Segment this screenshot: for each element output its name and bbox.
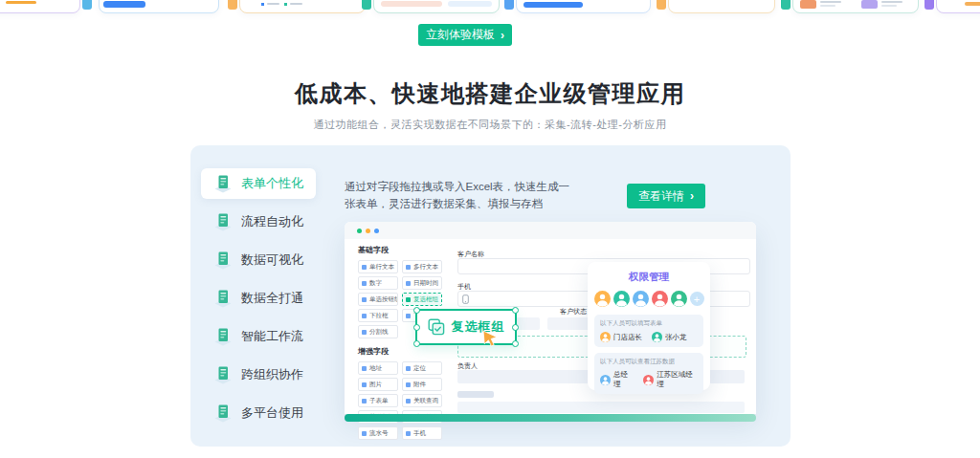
template-card-bar (861, 0, 878, 9)
field-button[interactable]: 单行文本 (358, 260, 398, 273)
member-name: 张小龙 (665, 333, 687, 342)
window-footer-bar (345, 414, 756, 422)
window-dot (374, 229, 379, 233)
template-card-bar (881, 1, 902, 3)
field-button[interactable]: 地址 (358, 361, 398, 375)
field-button[interactable]: 子表单 (358, 394, 398, 407)
member-avatar (600, 375, 611, 385)
permission-hint: 以下人员可以查看江苏数据 (600, 358, 698, 366)
field-button[interactable]: 下拉框 (358, 309, 398, 322)
feature-tab-icon (212, 173, 234, 194)
placeholder-label-bar (457, 391, 494, 398)
cursor-icon (480, 329, 500, 348)
palette-section-title: 增强字段 (358, 346, 446, 357)
template-card[interactable] (668, 0, 775, 13)
member-avatar (643, 375, 654, 385)
sidebar-item-label: 跨组织协作 (241, 366, 303, 383)
field-button[interactable]: 复选框组 (402, 293, 442, 306)
sidebar-item-6[interactable]: 跨组织协作 (201, 360, 316, 390)
sidebar-item-5[interactable]: 智能工作流 (201, 321, 316, 352)
field-button[interactable]: 多行文本 (402, 260, 442, 273)
member-avatar (600, 332, 611, 342)
permission-section: 以下人员可以查看江苏数据 总经理 江苏区域经理 (594, 353, 703, 394)
field-icon (406, 297, 411, 302)
field-icon (362, 281, 367, 286)
form-label-customer-status: 客户状态 (560, 307, 587, 316)
detail-button-label: 查看详情 (638, 188, 684, 205)
field-icon (362, 366, 367, 371)
palette-grid: 地址定位图片附件子表单关联查询关联数据手写签名流水号手机 (358, 361, 446, 440)
sidebar-item-label: 智能工作流 (241, 328, 303, 345)
feature-description-line2: 张表单，灵活进行数据采集、填报与存档 (345, 198, 543, 209)
permission-title: 权限管理 (588, 271, 710, 284)
field-button[interactable]: 定位 (402, 361, 442, 375)
member-name: 总经理 (613, 370, 634, 389)
template-card-tab (228, 0, 237, 10)
field-icon (406, 399, 411, 403)
template-card-bar (381, 1, 442, 7)
sidebar-item-label: 多平台使用 (241, 404, 303, 422)
field-icon (406, 382, 411, 387)
template-card-bar (261, 3, 264, 6)
placeholder-input-bar (457, 402, 745, 413)
template-card[interactable] (239, 0, 366, 13)
field-button[interactable]: 单选按钮组 (358, 293, 398, 306)
palette-section-title: 基础字段 (358, 245, 446, 255)
phone-icon (462, 294, 469, 304)
sidebar-item-3[interactable]: 数据可视化 (201, 245, 316, 275)
field-icon (362, 431, 367, 436)
feature-tab-icon (212, 364, 234, 385)
selection-handle[interactable] (413, 307, 420, 314)
template-card-tab (924, 0, 934, 10)
template-card-bar (820, 1, 841, 3)
field-button[interactable]: 分割线 (358, 325, 398, 338)
field-icon (406, 431, 411, 436)
selection-handle[interactable] (413, 340, 420, 347)
sidebar-item-4[interactable]: 数据全打通 (201, 283, 316, 314)
field-icon (406, 265, 411, 270)
sidebar-item-7[interactable]: 多平台使用 (201, 398, 316, 428)
template-card-bar (800, 0, 816, 9)
field-button[interactable]: 关联查询 (402, 394, 442, 407)
field-button[interactable]: 日期时间 (402, 276, 442, 290)
member-avatar (594, 291, 611, 307)
drag-tooltip-checkbox-group[interactable]: 复选框组 (415, 309, 517, 345)
member-name: 门店店长 (613, 333, 642, 342)
field-button[interactable]: 手机 (402, 426, 442, 440)
field-icon (362, 314, 367, 318)
member-avatar (652, 291, 668, 307)
template-card-tab (362, 0, 371, 10)
chevron-right-icon: › (690, 190, 694, 202)
field-button[interactable]: 图片 (358, 378, 398, 391)
sidebar-item-2[interactable]: 流程自动化 (201, 207, 316, 237)
chevron-right-icon: › (501, 30, 504, 41)
cta-template-button[interactable]: 立刻体验模板 › (418, 24, 512, 46)
sidebar-item-1[interactable]: 表单个性化 (201, 168, 316, 199)
field-icon (362, 330, 367, 335)
selection-handle[interactable] (512, 307, 519, 314)
member-chip: 总经理 (600, 370, 634, 389)
page-subtitle: 通过功能组合，灵活实现数据在不同场景下的：采集-流转-处理-分析应用 (0, 118, 980, 132)
member-chip: 张小龙 (652, 332, 687, 342)
selection-handle[interactable] (512, 324, 519, 331)
field-icon (406, 281, 411, 286)
detail-button[interactable]: 查看详情 › (627, 184, 705, 208)
sidebar-item-label: 流程自动化 (241, 213, 303, 230)
template-card-tab (781, 0, 791, 10)
page: 立刻体验模板 › 低成本、快速地搭建企业级管理应用 通过功能组合，灵活实现数据在… (0, 0, 980, 458)
selection-handle[interactable] (413, 324, 420, 331)
field-button[interactable]: 数字 (358, 276, 398, 290)
window-dot (366, 229, 370, 233)
feature-panel: 表单个性化 流程自动化 数据可视化 数据全打通 智能工作流 跨组织协作 多平台使… (190, 145, 791, 447)
selection-handle[interactable] (512, 340, 519, 347)
permission-members: 总经理 江苏区域经理 (600, 370, 698, 389)
permission-hint: 以下人员可以填写表单 (600, 319, 698, 328)
template-card-bar (103, 1, 145, 8)
field-button[interactable]: 流水号 (358, 426, 398, 440)
template-card-bar (267, 3, 279, 5)
field-button[interactable]: 附件 (402, 378, 442, 391)
feature-tab-icon (212, 250, 234, 271)
template-card-bar (965, 2, 980, 6)
add-member-button[interactable]: + (690, 292, 704, 306)
field-icon (362, 297, 367, 302)
